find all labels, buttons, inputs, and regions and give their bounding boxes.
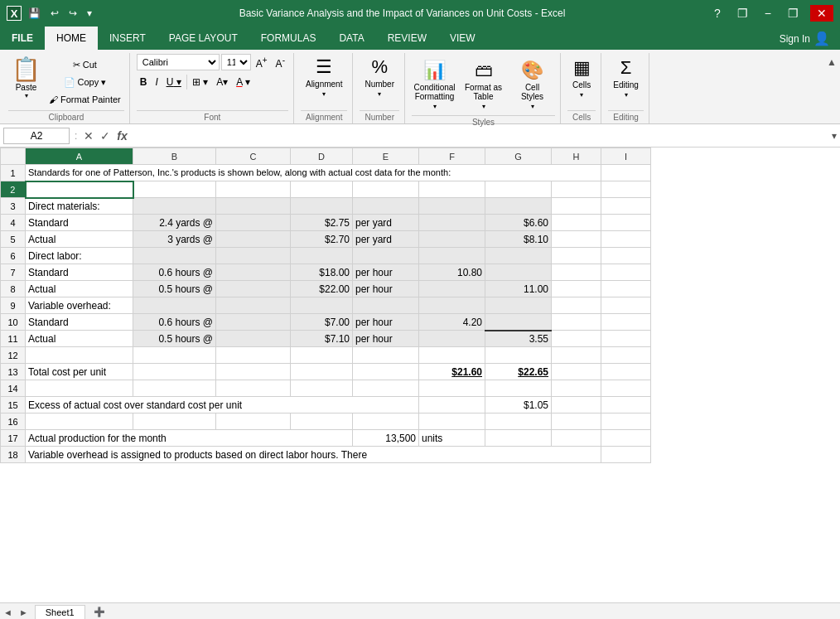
cell-E2[interactable] xyxy=(353,181,419,198)
cell-F4[interactable] xyxy=(419,215,485,231)
close-button[interactable]: ✕ xyxy=(810,5,833,22)
cell-F17[interactable]: units xyxy=(419,430,485,447)
cell-A17[interactable]: Actual production for the month xyxy=(26,430,353,447)
cell-B11[interactable]: 0.5 hours @ xyxy=(133,331,216,347)
cell-A15[interactable]: Excess of actual cost over standard cost… xyxy=(26,397,419,413)
cell-D6[interactable] xyxy=(291,248,353,264)
cell-F2[interactable] xyxy=(419,181,485,198)
cell-A16[interactable] xyxy=(26,413,133,430)
cell-I2[interactable] xyxy=(601,181,651,198)
sheet-nav-right[interactable]: ► xyxy=(19,607,28,617)
cell-E5[interactable]: per yard xyxy=(353,231,419,248)
cell-H16[interactable] xyxy=(552,413,601,430)
cell-H10[interactable] xyxy=(552,314,601,331)
cell-E11[interactable]: per hour xyxy=(353,331,419,347)
fill-color-button[interactable]: A▾ xyxy=(213,73,231,91)
cell-F5[interactable] xyxy=(419,231,485,248)
cell-A8[interactable]: Actual xyxy=(26,281,133,297)
cell-F11[interactable] xyxy=(419,331,485,347)
font-family-select[interactable]: Calibri xyxy=(137,54,220,70)
cell-F13[interactable]: $21.60 xyxy=(419,364,485,380)
sheet-nav-left[interactable]: ◄ xyxy=(3,607,12,617)
cell-I5[interactable] xyxy=(601,231,651,248)
cell-D14[interactable] xyxy=(291,380,353,397)
cell-E6[interactable] xyxy=(353,248,419,264)
cell-B14[interactable] xyxy=(133,380,216,397)
alignment-button[interactable]: ☰ Alignment ▾ xyxy=(301,53,347,101)
cell-A3[interactable]: Direct materials: xyxy=(26,198,133,215)
cell-E14[interactable] xyxy=(353,380,419,397)
cell-G17[interactable] xyxy=(485,430,552,447)
cell-I16[interactable] xyxy=(601,413,651,430)
fx-button[interactable]: fx xyxy=(115,128,128,144)
cell-B12[interactable] xyxy=(133,347,216,364)
tab-insert[interactable]: INSERT xyxy=(98,27,157,50)
cell-A14[interactable] xyxy=(26,380,133,397)
cell-C12[interactable] xyxy=(216,347,291,364)
cell-G9[interactable] xyxy=(485,297,552,314)
cell-E17[interactable]: 13,500 xyxy=(353,430,419,447)
cell-B5[interactable]: 3 yards @ xyxy=(133,231,216,248)
help-button[interactable]: ? xyxy=(709,5,726,22)
cell-F12[interactable] xyxy=(419,347,485,364)
cell-I1[interactable] xyxy=(601,165,651,181)
maximize-button[interactable]: ❐ xyxy=(783,5,804,22)
cell-A6[interactable]: Direct labor: xyxy=(26,248,133,264)
cell-C5[interactable] xyxy=(216,231,291,248)
cell-E13[interactable] xyxy=(353,364,419,380)
cell-D11[interactable]: $7.10 xyxy=(291,331,353,347)
col-header-D[interactable]: D xyxy=(291,148,353,165)
cell-G12[interactable] xyxy=(485,347,552,364)
underline-button[interactable]: U ▾ xyxy=(163,73,185,91)
cell-G7[interactable] xyxy=(485,264,552,281)
col-header-A[interactable]: A xyxy=(26,148,133,165)
cell-B3[interactable] xyxy=(133,198,216,215)
cell-F7[interactable]: 10.80 xyxy=(419,264,485,281)
tab-home[interactable]: HOME xyxy=(45,27,98,50)
cell-G8[interactable]: 11.00 xyxy=(485,281,552,297)
cell-E3[interactable] xyxy=(353,198,419,215)
col-header-C[interactable]: C xyxy=(216,148,291,165)
cell-C4[interactable] xyxy=(216,215,291,231)
tab-data[interactable]: DATA xyxy=(327,27,375,50)
cell-D13[interactable] xyxy=(291,364,353,380)
cell-C13[interactable] xyxy=(216,364,291,380)
cell-G5[interactable]: $8.10 xyxy=(485,231,552,248)
cell-I13[interactable] xyxy=(601,364,651,380)
formula-input[interactable] xyxy=(133,128,828,143)
grid-scroll[interactable]: A B C D E F G H I 1 Standards for one of… xyxy=(0,147,840,602)
copy-button[interactable]: 📄Copy ▾ xyxy=(46,74,124,90)
cell-F14[interactable] xyxy=(419,380,485,397)
cell-I3[interactable] xyxy=(601,198,651,215)
cell-F15[interactable] xyxy=(419,397,485,413)
cells-button[interactable]: ▦ Cells ▾ xyxy=(567,53,596,103)
cell-A4[interactable]: Standard xyxy=(26,215,133,231)
cell-I17[interactable] xyxy=(601,430,651,447)
ribbon-collapse[interactable]: ▲ xyxy=(827,53,837,123)
cell-A12[interactable] xyxy=(26,347,133,364)
cell-I15[interactable] xyxy=(601,397,651,413)
cell-I18[interactable] xyxy=(601,447,651,463)
cell-styles-button[interactable]: 🎨 Cell Styles ▾ xyxy=(509,56,555,114)
cell-F3[interactable] xyxy=(419,198,485,215)
col-header-B[interactable]: B xyxy=(133,148,216,165)
cell-H5[interactable] xyxy=(552,231,601,248)
format-as-table-button[interactable]: 🗃 Format as Table ▾ xyxy=(461,56,506,114)
redo-qa-button[interactable]: ↪ xyxy=(65,6,80,21)
cell-E7[interactable]: per hour xyxy=(353,264,419,281)
paste-button[interactable]: 📋 Paste ▾ xyxy=(8,53,44,108)
cell-G3[interactable] xyxy=(485,198,552,215)
decrease-font-button[interactable]: A- xyxy=(273,53,288,71)
cell-I14[interactable] xyxy=(601,380,651,397)
cell-H12[interactable] xyxy=(552,347,601,364)
italic-button[interactable]: I xyxy=(152,73,161,91)
cell-I10[interactable] xyxy=(601,314,651,331)
cell-E4[interactable]: per yard xyxy=(353,215,419,231)
editing-button[interactable]: Σ Editing ▾ xyxy=(608,53,644,103)
cell-C7[interactable] xyxy=(216,264,291,281)
cell-G6[interactable] xyxy=(485,248,552,264)
add-sheet-button[interactable]: ➕ xyxy=(94,607,105,617)
cell-B10[interactable]: 0.6 hours @ xyxy=(133,314,216,331)
tab-formulas[interactable]: FORMULAS xyxy=(249,27,328,50)
cell-E16[interactable] xyxy=(353,413,419,430)
